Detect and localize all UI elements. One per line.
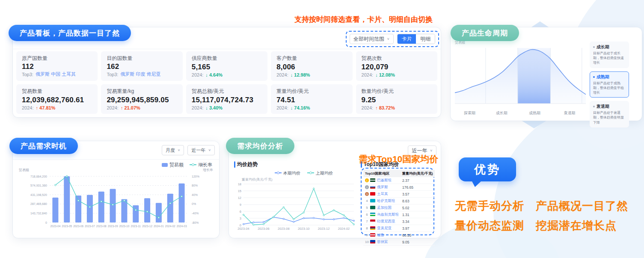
metric-label: 供应商数量 [192, 55, 262, 62]
legend-上期均价[interactable]: 上期均价 [307, 170, 333, 176]
yoy-label: 2024: [22, 105, 34, 110]
table-row: 10菲律宾9.05 [363, 239, 435, 246]
top10-country-table: Top10国家/地区重量均价(美元/千克) 1巴基斯坦2.372俄罗斯176.6… [363, 170, 435, 246]
country-link[interactable]: 孟加拉国 [377, 205, 392, 210]
stage-label-衰退期: 衰退期 [564, 110, 575, 116]
top3-links[interactable]: 俄罗斯 中国 土耳其 [36, 71, 76, 77]
country-cell: 2俄罗斯 [363, 184, 401, 191]
metric-card: 数量均价/美元9.252024:↑ 83.72% [356, 84, 437, 114]
metric-label: 贸易总额/美元 [192, 88, 262, 95]
country-cell: 10菲律宾 [363, 239, 401, 246]
svg-text:431,198,520: 431,198,520 [30, 193, 47, 196]
lifecycle-card-衰退期[interactable]: 衰退期目标产品处于衰退期，整体趋势呈明显下降 [590, 101, 629, 128]
top-annotation: 支持按时间筛选查看，卡片、明细自由切换 [294, 15, 433, 24]
price-panel-title: 需求均价分析 [226, 138, 294, 154]
country-cell: 8亚美尼亚 [363, 225, 401, 232]
country-link[interactable]: 俄罗斯 [377, 185, 388, 189]
line-legend-icon [190, 163, 196, 166]
country-link[interactable]: 秘鲁 [377, 233, 384, 237]
metric-card: 客户数量8,0062024:↓ 12.98% [271, 51, 352, 81]
country-link[interactable]: 印度尼西亚 [377, 219, 395, 223]
top3-links[interactable]: 俄罗斯 印度 肯尼亚 [120, 71, 160, 77]
bullet-dot-icon [593, 76, 595, 78]
country-link[interactable]: 哈萨克斯坦 [377, 199, 395, 203]
lifecycle-card-name: 成长期 [597, 44, 609, 50]
svg-text:15: 15 [238, 189, 241, 193]
arrow-down-icon: ↓ 74.16% [291, 105, 310, 110]
legend-growth-rate[interactable]: 增长率 [190, 162, 212, 168]
country-link[interactable]: 亚美尼亚 [377, 226, 392, 230]
top3-label: Top3: [107, 72, 118, 77]
legend-trade-amount[interactable]: 贸易额 [162, 162, 184, 168]
country-flag-icon [370, 185, 375, 189]
country-link[interactable]: 菲律宾 [377, 240, 388, 244]
arrow-up-icon: ↑ 47.81% [36, 105, 56, 110]
medal-icon: 3 [365, 192, 369, 196]
svg-text:2023-08: 2023-08 [96, 225, 107, 228]
metric-card: 原产国数量112Top3:俄罗斯 中国 土耳其 [16, 51, 98, 81]
table-row: 1巴基斯坦2.37 [363, 177, 435, 184]
metric-card: 重量均价/美元74.512024:↓ 74.16% [271, 84, 352, 114]
metric-card: 贸易数量12,039,682,760.612024:↑ 47.81% [16, 84, 98, 114]
svg-text:12: 12 [238, 196, 241, 200]
metric-label: 贸易重量/kg [107, 88, 177, 95]
svg-text:2023-05: 2023-05 [62, 225, 72, 228]
svg-text:3: 3 [240, 216, 241, 220]
trend-section-title: 均价趋势 [234, 161, 258, 168]
demand-timing-panel: 月度∨近一年∨ 贸易额增长率 贸易额 增长率 718,664,200120%57… [13, 141, 219, 238]
svg-text:2024-02: 2024-02 [165, 225, 175, 228]
table-head: Top10国家/地区重量均价(美元/千克) [363, 170, 435, 177]
country-flag-icon [370, 233, 375, 237]
svg-text:2023-09: 2023-09 [108, 225, 118, 228]
time-range-select[interactable]: 全部时间范围 ∨ [350, 34, 394, 44]
timing-legend: 贸易额增长率 [162, 162, 212, 168]
stage-label-成熟期: 成熟期 [529, 110, 540, 116]
svg-text:2023-12: 2023-12 [318, 227, 330, 231]
metric-sub: 2024:↑ 83.72% [362, 105, 432, 110]
metric-card: 贸易总额/美元15,117,074,724.732024:↓ 3.40% [186, 84, 267, 114]
table-row: 4哈萨克斯坦8.63 [363, 198, 435, 205]
lifecycle-card-desc: 目标产品处于成长期，整体趋势呈快速增长 [593, 51, 626, 65]
timing-select-月度[interactable]: 月度∨ [162, 145, 184, 155]
table-row: 8亚美尼亚3.97 [363, 225, 435, 232]
lifecycle-card-成长期[interactable]: 成长期目标产品处于成长期，整体趋势呈快速增长 [590, 42, 629, 68]
metric-sub: 2024:↓ 4.64% [192, 72, 262, 77]
metric-sub: 2024:↓ 12.08% [362, 72, 432, 77]
country-flag-icon [370, 206, 375, 209]
card-detail-toggle: 卡片明细 [397, 34, 435, 44]
svg-text:-40%: -40% [192, 212, 199, 215]
page: { "annotations": { "top": "支持按时间筛选查看，卡片、… [0, 0, 644, 258]
view-toggle-卡片[interactable]: 卡片 [398, 34, 416, 44]
svg-text:18: 18 [238, 182, 241, 186]
svg-text:574,931,360: 574,931,360 [30, 184, 47, 187]
country-link[interactable]: 巴基斯坦 [377, 178, 392, 182]
lifecycle-chart [454, 44, 588, 110]
legend-本期均价[interactable]: 本期均价 [275, 170, 300, 176]
chevron-down-icon: ∨ [387, 37, 390, 41]
svg-text:2023-11: 2023-11 [131, 225, 141, 228]
bar-legend-icon [162, 163, 168, 167]
svg-text:2023-04: 2023-04 [50, 225, 60, 228]
lifecycle-card-成熟期[interactable]: 成熟期目标产品处于成熟期，整体趋势呈平稳增长 [590, 71, 629, 98]
value-cell: 5.02 [401, 205, 435, 211]
metric-value: 15,117,074,724.73 [192, 96, 262, 104]
timing-select-近一年[interactable]: 近一年∨ [187, 145, 215, 155]
lifecycle-panel-title: 产品生命周期 [451, 25, 519, 41]
table-header: Top10国家/地区 [363, 170, 401, 177]
yoy-label: 2024: [362, 72, 374, 77]
svg-text:120%: 120% [192, 175, 199, 178]
table-row: 3土耳其3.57 [363, 191, 435, 198]
chevron-down-icon: ∨ [430, 149, 433, 152]
select-value: 近一年 [191, 147, 205, 154]
country-link[interactable]: 乌兹别克斯坦 [377, 212, 399, 216]
view-toggle-明细[interactable]: 明细 [416, 34, 435, 44]
bullet-dot-icon [593, 46, 595, 48]
country-link[interactable]: 土耳其 [377, 192, 388, 196]
svg-text:2023-12: 2023-12 [142, 225, 152, 228]
yoy-label: 2024: [192, 105, 204, 110]
metric-sub: 2024:↑ 47.81% [22, 105, 92, 110]
metric-value: 74.51 [276, 96, 347, 104]
timing-panel-title: 产品需求时机 [9, 138, 78, 154]
table-annotation: 需求Top10国家均价 [359, 153, 438, 165]
header-divider [13, 159, 219, 160]
